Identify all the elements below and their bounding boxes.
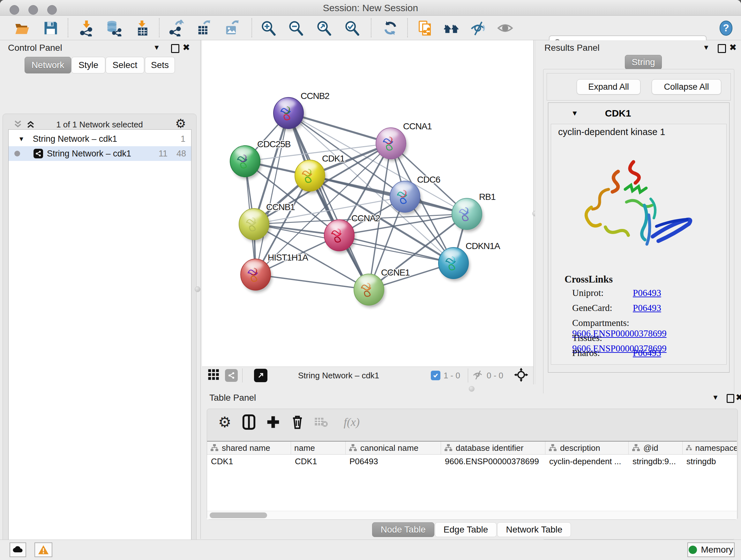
table-panel-close-icon[interactable]: ✖	[736, 392, 741, 402]
cloud-status-button[interactable]	[10, 543, 26, 557]
delete-column-icon[interactable]	[289, 414, 306, 431]
open-session-icon[interactable]	[13, 19, 30, 37]
eye-icon[interactable]	[496, 19, 514, 37]
column-header-shared-name[interactable]: shared name	[207, 442, 291, 454]
tab-style[interactable]: Style	[71, 57, 105, 73]
zoom-selected-icon[interactable]	[343, 19, 360, 37]
tab-node-table[interactable]: Node Table	[372, 522, 434, 537]
table-options-gear-icon[interactable]: ⚙	[216, 414, 233, 431]
home-networks-icon[interactable]	[443, 19, 460, 37]
network-view-canvas[interactable]: CCNB2CCNA1CDC25BCDK1CDC6RB1CCNB1CCNA2CDK…	[202, 40, 533, 367]
zoom-in-icon[interactable]	[260, 19, 277, 37]
control-panel-float-icon[interactable]	[171, 44, 179, 53]
edge-CDK1-RB1[interactable]	[310, 176, 467, 214]
export-network-icon[interactable]	[168, 19, 185, 37]
refresh-icon[interactable]	[382, 19, 399, 37]
column-header-database-identifier[interactable]: database identifier	[441, 442, 545, 454]
collection-expand-icon[interactable]: ▼	[18, 135, 24, 143]
table-cell[interactable]: CDK1	[207, 455, 291, 468]
tab-sets[interactable]: Sets	[145, 57, 175, 73]
create-column-icon[interactable]	[265, 414, 282, 431]
column-header-name[interactable]: name	[291, 442, 346, 454]
results-panel-menu-icon[interactable]: ▼	[703, 44, 710, 52]
hide-unhide-icon[interactable]	[470, 19, 487, 37]
table-cell[interactable]: CDK1	[291, 455, 346, 468]
collapse-all-button[interactable]: Collapse All	[652, 79, 721, 95]
table-cell[interactable]: P06493	[346, 455, 441, 468]
network-options-gear-icon[interactable]: ⚙	[175, 117, 186, 131]
open-in-browser-icon[interactable]	[254, 369, 267, 382]
network-collection-row[interactable]: ▼ String Network – cdk1 1	[9, 132, 191, 146]
column-header-description[interactable]: description	[545, 442, 629, 454]
tab-network-table[interactable]: Network Table	[497, 522, 571, 537]
table-panel-content: ⚙ f(x) shared namenamecanonical namedata…	[207, 409, 738, 520]
crosslink-label: GeneCard:	[572, 303, 633, 313]
tab-edge-table[interactable]: Edge Table	[435, 522, 497, 537]
toolbar-separator	[242, 368, 243, 382]
expand-all-button[interactable]: Expand All	[577, 79, 641, 95]
table-panel-tabs: Node TableEdge TableNetwork Table	[202, 522, 741, 538]
table-cell[interactable]: stringdb	[683, 455, 737, 468]
node-CDKN1A[interactable]	[439, 247, 470, 281]
edge-CCNB2-HIST1H1A[interactable]	[256, 113, 288, 274]
column-header-canonical-name[interactable]: canonical name	[346, 442, 441, 454]
control-panel-close-icon[interactable]: ✖	[183, 42, 190, 53]
table-cell[interactable]: cyclin-dependent ...	[545, 455, 629, 468]
table-horizontal-scrollbar[interactable]	[207, 511, 737, 519]
node-CDC25B[interactable]	[230, 145, 261, 179]
network-row[interactable]: String Network – cdk1 11 48	[9, 146, 191, 161]
zoom-out-icon[interactable]	[287, 19, 305, 37]
left-splitter-handle[interactable]	[195, 287, 200, 292]
crosslink-label: Pharos:	[572, 348, 633, 358]
help-icon[interactable]: ?	[718, 19, 735, 37]
crosslink-link[interactable]: P06493	[633, 348, 661, 358]
results-panel-close-icon[interactable]: ✖	[729, 42, 737, 53]
network-status-dot	[14, 151, 20, 157]
crosslink-link[interactable]: P06493	[633, 288, 661, 298]
table-cell[interactable]: 9606.ENSP00000378699	[441, 455, 545, 468]
scrollbar-thumb[interactable]	[210, 512, 267, 518]
cdk1-section-header[interactable]: ▼ CDK1	[548, 103, 729, 124]
node-CCNE1[interactable]	[354, 274, 385, 307]
table-row[interactable]: CDK1CDK1P064939606.ENSP00000378699cyclin…	[207, 455, 737, 468]
zoom-fit-icon[interactable]	[315, 19, 333, 37]
warnings-button[interactable]	[35, 543, 52, 557]
node-RB1[interactable]	[452, 198, 483, 232]
network-edge-count: 48	[177, 149, 186, 159]
node-CCNB2[interactable]	[273, 98, 305, 131]
import-network-from-database-icon[interactable]	[105, 19, 122, 37]
node-CDK1[interactable]	[295, 160, 326, 193]
bottom-splitter-handle[interactable]	[469, 386, 475, 392]
string-style-icon[interactable]	[225, 369, 238, 382]
crosslink-link[interactable]: P06493	[633, 303, 661, 313]
show-columns-icon[interactable]	[240, 414, 258, 431]
tab-string[interactable]: String	[625, 55, 662, 70]
node-CCNA1[interactable]	[376, 128, 407, 161]
duplicate-network-icon[interactable]	[416, 19, 433, 37]
memory-button[interactable]: Memory	[687, 543, 735, 557]
column-header-namespace[interactable]: namespace	[683, 442, 737, 454]
control-panel-menu-icon[interactable]: ▼	[153, 44, 160, 52]
selected-nodes-checkbox-icon[interactable]	[431, 371, 441, 380]
table-panel-menu-icon[interactable]: ▼	[712, 393, 719, 401]
tab-select[interactable]: Select	[106, 57, 144, 73]
selected-counts: 1 - 0	[444, 371, 460, 381]
column-header--id[interactable]: @id	[629, 442, 683, 454]
import-network-icon[interactable]	[78, 19, 95, 37]
import-table-icon[interactable]	[134, 19, 151, 37]
export-table-icon[interactable]	[195, 19, 212, 37]
fit-selected-crosshair-icon[interactable]	[514, 368, 528, 383]
save-session-icon[interactable]	[42, 19, 59, 37]
birds-eye-view-icon[interactable]	[207, 368, 220, 383]
table-panel-float-icon[interactable]	[727, 394, 734, 403]
node-CCNA2[interactable]	[324, 220, 355, 253]
edge-CCNE1-HIST1H1A[interactable]	[256, 274, 369, 290]
node-label-CCNE1: CCNE1	[381, 267, 410, 277]
tab-network[interactable]: Network	[24, 57, 71, 73]
table-cell[interactable]: stringdb:9...	[629, 455, 683, 468]
results-panel-float-icon[interactable]	[718, 44, 726, 53]
section-collapse-icon[interactable]: ▼	[571, 109, 578, 118]
edge-CCNB2-CCNE1[interactable]	[288, 113, 369, 290]
node-table[interactable]: shared namenamecanonical namedatabase id…	[207, 441, 737, 519]
export-image-icon[interactable]	[223, 19, 240, 37]
